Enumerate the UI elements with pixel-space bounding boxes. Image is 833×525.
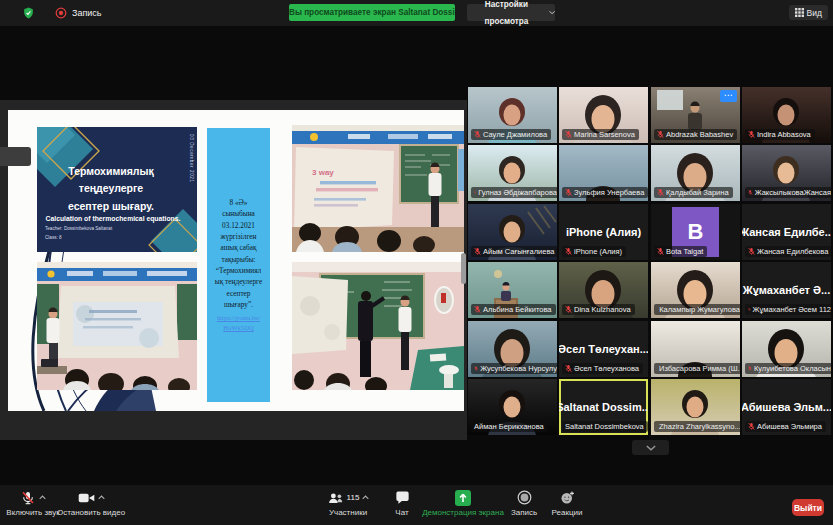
participant-tile[interactable]: B Bota Talgat [651, 204, 740, 260]
reactions-label: Реакции [552, 508, 583, 517]
presentation-slide: 03 December 2021 Термохимиялық теңдеулер… [8, 110, 464, 411]
participant-tile[interactable]: Сауле Джамилова [468, 87, 557, 143]
muted-mic-icon [657, 130, 664, 139]
participants-button[interactable]: 115 Участники [318, 489, 378, 517]
slide-teacher-info: Teacher: Dossimbekova Saltanat Class: 8 [45, 225, 112, 242]
participant-name-label: Сауле Джамилова [471, 129, 551, 140]
stop-video-label: Остановить видео [57, 508, 125, 517]
participant-name-label: iPhone (Алия) [562, 246, 626, 257]
participant-tile[interactable]: Айман Берикханова [468, 379, 557, 435]
info-box-link[interactable]: https://youtu.be/HoWk5OQ [217, 313, 260, 333]
share-screen-label: Демонстрация экрана [422, 508, 504, 517]
share-screen-icon [455, 490, 471, 506]
caret-up-icon[interactable] [39, 495, 46, 500]
chevron-down-icon [549, 10, 555, 15]
muted-mic-icon [565, 247, 572, 256]
shared-screen-stage: 03 December 2021 Термохимиялық теңдеулер… [0, 26, 833, 485]
security-shield-icon[interactable] [22, 6, 35, 20]
svg-text:3 way: 3 way [312, 168, 334, 177]
caret-up-icon[interactable] [362, 495, 369, 500]
slide-title-card: 03 December 2021 Термохимиялық теңдеулер… [37, 127, 197, 252]
side-panel-handle[interactable] [0, 147, 31, 166]
chat-label: Чат [395, 508, 408, 517]
muted-mic-icon [474, 130, 481, 139]
mic-muted-icon [20, 490, 36, 506]
muted-mic-icon [657, 188, 664, 197]
participant-tile[interactable]: Кулуибетова Окласын [742, 321, 831, 377]
classroom-photo-bottom-left [37, 262, 197, 390]
participant-name-label: Әсел Төлеуханова [562, 363, 643, 374]
participant-name-label: Айым Сағынғалиева [471, 246, 557, 257]
record-button[interactable]: Запись [506, 489, 542, 517]
participant-tile[interactable]: Жұмаханбет Ә... Жұмаханбет Әсем 112 [742, 262, 831, 318]
participant-tile[interactable]: Жусупбекова Нурсулу [468, 321, 557, 377]
participant-name-label: ЖаксылыковаЖансая [745, 187, 831, 198]
participant-tile[interactable]: Гулназ Әбдіжапбарова [468, 145, 557, 201]
participant-name-label: Abdrazak Babashev [654, 129, 737, 140]
muted-mic-icon [748, 364, 752, 373]
participant-tile[interactable]: Әсел Төлеухан... Әсел Төлеуханова [559, 321, 648, 377]
leave-button[interactable]: Выйти [792, 499, 824, 516]
participant-tile[interactable]: Қалдыбай Зарина [651, 145, 740, 201]
participant-name-label: Bota Talgat [654, 246, 707, 257]
participant-name-label: Альбина Бейкитова [471, 304, 556, 315]
participant-tile[interactable]: Abdrazak Babashev ⋯ [651, 87, 740, 143]
participant-tile[interactable]: Marina Sarsenova [559, 87, 648, 143]
muted-mic-icon [474, 247, 481, 256]
muted-mic-icon [474, 188, 476, 197]
reactions-button[interactable]: Реакции [544, 489, 590, 517]
participant-tile[interactable]: Indira Abbasova [742, 87, 831, 143]
participant-tile[interactable]: Альбина Бейкитова [468, 262, 557, 318]
participant-name-label: Зульфия Унербаева [562, 187, 648, 198]
chat-icon [395, 491, 410, 505]
muted-mic-icon [748, 188, 753, 197]
bottom-toolbar: Включить звук Остановить видео 115 Участ… [0, 485, 833, 525]
camera-icon [78, 491, 95, 505]
participants-label: Участники [329, 508, 367, 517]
participant-tile[interactable]: iPhone (Алия) iPhone (Алия) [559, 204, 648, 260]
participant-name-label: Жусупбекова Нурсулу [471, 363, 557, 374]
muted-mic-icon [474, 364, 478, 373]
view-button-label: Вид [807, 8, 822, 18]
view-settings-button[interactable]: Настройки просмотра [467, 4, 555, 21]
participant-tile[interactable]: Zhazira Zharylkassyno... [651, 379, 740, 435]
slide-date-vertical: 03 December 2021 [189, 134, 194, 183]
grid-collapse-button[interactable] [632, 440, 669, 455]
participants-icon [327, 491, 344, 505]
participant-tile[interactable]: Saltanat Dossim... Saltanat Dossimbekova [559, 379, 648, 435]
more-options-badge[interactable]: ⋯ [720, 90, 737, 102]
grid-view-icon [795, 8, 804, 17]
muted-mic-icon [748, 422, 755, 431]
viewing-screen-banner: Вы просматриваете экран Saltanat Dossimb… [289, 4, 455, 21]
zoom-meeting-window: Запись Вы просматриваете экран Saltanat … [0, 0, 833, 525]
share-screen-button[interactable]: Демонстрация экрана [420, 489, 506, 517]
participant-name-label: Айман Берикханова [471, 421, 548, 432]
recording-label: Запись [72, 8, 102, 18]
participant-tile[interactable]: Калампыр Жумагулова [651, 262, 740, 318]
participant-tile[interactable]: Избасарова Римма (Ш... [651, 321, 740, 377]
classroom-photo-top-right: 3 way [292, 125, 464, 252]
participant-name-label: Dina Kulzhanova [562, 304, 635, 315]
participant-tile[interactable]: Жансая Едилбе... Жансая Едилбекова [742, 204, 831, 260]
participants-count: 115 [347, 493, 360, 502]
participant-name-label: Қалдыбай Зарина [654, 187, 733, 198]
unmute-button[interactable]: Включить звук [4, 489, 62, 517]
chat-button[interactable]: Чат [386, 489, 418, 517]
reactions-icon [560, 490, 575, 505]
muted-mic-icon [565, 364, 572, 373]
muted-mic-icon [565, 188, 572, 197]
stop-video-button[interactable]: Остановить видео [58, 489, 124, 517]
participant-name-label: Saltanat Dossimbekova [562, 421, 648, 432]
recording-indicator-icon[interactable] [55, 7, 67, 19]
participant-tile[interactable]: Абишева Эльм... Абишева Эльмира [742, 379, 831, 435]
view-mode-button[interactable]: Вид [789, 5, 828, 20]
caret-up-icon[interactable] [98, 495, 105, 500]
share-scrollbar[interactable] [461, 253, 466, 284]
participant-tile[interactable]: Айым Сағынғалиева [468, 204, 557, 260]
participant-name-label: Гулназ Әбдіжапбарова [471, 187, 557, 198]
muted-mic-icon [748, 305, 751, 314]
participant-tile[interactable]: ЖаксылыковаЖансая [742, 145, 831, 201]
participant-tile[interactable]: Dina Kulzhanova [559, 262, 648, 318]
participant-tile[interactable]: Зульфия Унербаева [559, 145, 648, 201]
participant-name-label: Кулуибетова Окласын [745, 363, 831, 374]
